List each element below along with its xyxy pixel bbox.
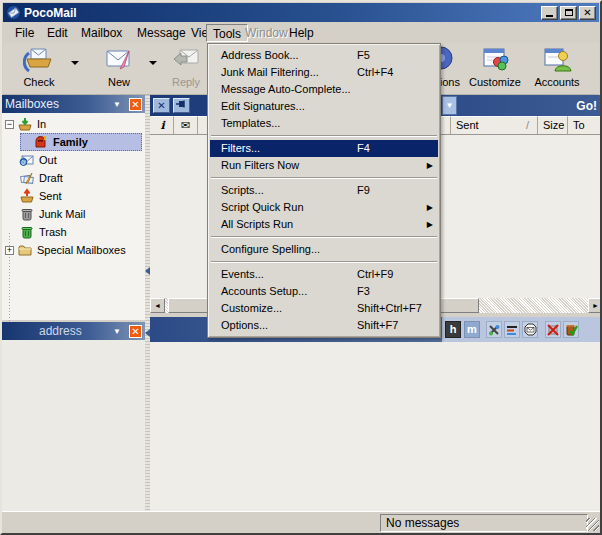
address-panel-header: address ▼ ✕ (2, 322, 145, 340)
tree-item-label: Junk Mail (39, 208, 85, 220)
message-source-button[interactable] (486, 321, 502, 338)
check-mail-button[interactable]: Check (11, 45, 67, 93)
status-message: No messages (380, 514, 588, 532)
menu-item-label: Filters... (221, 142, 260, 154)
trash-check-icon (565, 323, 578, 336)
tree-item-draft[interactable]: Draft (2, 169, 145, 187)
menu-separator (211, 135, 437, 137)
menu-item-configure-spelling[interactable]: Configure Spelling... (210, 241, 438, 258)
tree-item-sent[interactable]: Sent (2, 187, 145, 205)
menu-item-edit-signatures[interactable]: Edit Signatures... (210, 98, 438, 115)
view-dropdown-button[interactable]: ▼ (442, 96, 457, 115)
new-message-icon (103, 45, 135, 75)
menu-item-events[interactable]: Events...Ctrl+F9 (210, 266, 438, 283)
menu-help[interactable]: Help (283, 24, 320, 42)
new-dropdown-arrow[interactable] (149, 61, 157, 65)
delete-button[interactable] (545, 321, 561, 338)
customize-label: Customize (465, 76, 525, 88)
address-close-button[interactable]: ✕ (129, 325, 142, 338)
maximize-button[interactable] (560, 6, 577, 20)
menu-item-shortcut: F5 (357, 47, 370, 64)
trash-icon (19, 224, 35, 240)
menu-item-scripts[interactable]: Scripts...F9 (210, 182, 438, 199)
close-pane-button[interactable]: ✕ (153, 98, 170, 113)
menu-item-run-filters-now[interactable]: Run Filters Now▶ (210, 157, 438, 174)
expand-icon[interactable]: + (5, 246, 14, 255)
menu-item-accounts-setup[interactable]: Accounts Setup...F3 (210, 283, 438, 300)
junk-mail-icon (19, 206, 35, 222)
column-to[interactable]: To (568, 116, 602, 134)
tree-item-special-mailboxes[interactable]: + Special Mailboxes (2, 241, 145, 259)
tree-item-in[interactable]: − In (2, 115, 145, 133)
title-bar[interactable]: PocoMail ✕ (3, 3, 599, 22)
column-attachment[interactable]: ✉ (174, 116, 198, 134)
preview-pane[interactable] (150, 342, 602, 511)
tree-item-trash[interactable]: Trash (2, 223, 145, 241)
menu-item-customize[interactable]: Customize...Shift+Ctrl+F7 (210, 300, 438, 317)
menu-item-junk-mail-filtering[interactable]: Junk Mail Filtering...Ctrl+F4 (210, 64, 438, 81)
menu-item-address-book[interactable]: Address Book...F5 (210, 47, 438, 64)
address-dropdown-icon[interactable]: ▼ (113, 327, 121, 336)
mime-view-button[interactable]: m (464, 321, 480, 338)
resize-grip[interactable] (586, 518, 599, 531)
new-message-button[interactable]: New (95, 45, 143, 93)
customize-icon (479, 45, 511, 75)
headers-button[interactable] (504, 321, 520, 338)
menu-item-label: Templates... (221, 117, 280, 129)
menu-item-templates[interactable]: Templates... (210, 115, 438, 132)
customize-button[interactable]: Customize (465, 45, 525, 93)
tree-item-label: Family (53, 136, 88, 148)
collapse-icon[interactable]: − (5, 120, 14, 129)
column-sent[interactable]: Sent/ (451, 116, 538, 134)
scroll-left-button[interactable]: ◄ (150, 298, 165, 313)
menu-item-label: Edit Signatures... (221, 100, 305, 112)
menu-edit[interactable]: Edit (41, 24, 74, 42)
status-bar: No messages (2, 511, 600, 533)
menu-item-message-auto-complete[interactable]: Message Auto-Complete... (210, 81, 438, 98)
reply-label: Reply (163, 76, 209, 88)
menu-item-all-scripts-run[interactable]: All Scripts Run▶ (210, 216, 438, 233)
submenu-arrow-icon: ▶ (427, 216, 433, 233)
submenu-arrow-icon: ▶ (427, 157, 433, 174)
tools-menu: Address Book...F5 Junk Mail Filtering...… (207, 43, 441, 338)
html-view-button[interactable]: h (445, 321, 461, 338)
column-size[interactable]: Size (538, 116, 568, 134)
mailboxes-dropdown-icon[interactable]: ▼ (113, 100, 121, 109)
menu-item-options[interactable]: Options...Shift+F7 (210, 317, 438, 334)
menu-item-shortcut: Shift+Ctrl+F7 (357, 300, 422, 317)
tree-item-label: Trash (39, 226, 67, 238)
scroll-right-button[interactable]: ► (588, 298, 602, 313)
reply-button[interactable]: Reply (163, 45, 209, 93)
menu-item-shortcut: F3 (357, 283, 370, 300)
menu-message[interactable]: Message (131, 24, 192, 42)
mailboxes-panel-title: Mailboxes (5, 97, 59, 111)
menu-item-shortcut: F4 (357, 140, 370, 157)
minimize-button[interactable] (541, 6, 558, 20)
pin-pane-button[interactable] (173, 98, 190, 113)
menu-mailbox[interactable]: Mailbox (75, 24, 128, 42)
pin-icon (176, 100, 187, 109)
junk-confirm-button[interactable] (563, 321, 579, 338)
menu-item-script-quick-run[interactable]: Script Quick Run▶ (210, 199, 438, 216)
menu-item-label: Message Auto-Complete... (221, 83, 351, 95)
menu-file[interactable]: File (9, 24, 40, 42)
bounce-button[interactable] (522, 321, 538, 338)
tree-item-junk-mail[interactable]: Junk Mail (2, 205, 145, 223)
tree-item-label: Special Mailboxes (37, 244, 126, 256)
tree-item-family[interactable]: Family (2, 133, 145, 151)
pocomail-window: PocoMail ✕ File Edit Mailbox Message Vie… (0, 0, 602, 535)
close-button[interactable]: ✕ (579, 6, 596, 20)
menu-item-filters[interactable]: Filters...F4 (210, 140, 438, 157)
menu-item-label: Run Filters Now (221, 159, 299, 171)
sort-indicator-icon: / (526, 117, 529, 134)
tree-item-out[interactable]: @ Out (2, 151, 145, 169)
go-button[interactable]: Go! (576, 99, 597, 113)
mailboxes-close-button[interactable]: ✕ (129, 98, 142, 111)
menu-item-label: Configure Spelling... (221, 243, 320, 255)
tree-item-label: Sent (39, 190, 62, 202)
tree-item-label: In (37, 118, 46, 130)
accounts-button[interactable]: Accounts (529, 45, 585, 93)
column-info[interactable]: i (152, 116, 174, 134)
check-dropdown-arrow[interactable] (71, 61, 79, 65)
menu-item-shortcut: F9 (357, 182, 370, 199)
